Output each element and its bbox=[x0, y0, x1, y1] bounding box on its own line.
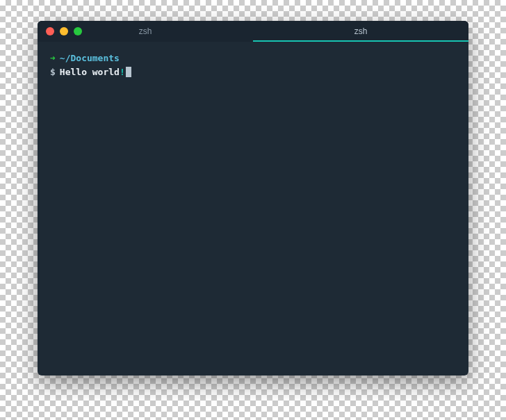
bang-char: ! bbox=[120, 67, 125, 77]
tab-label: zsh bbox=[139, 26, 152, 36]
prompt-symbol: $ bbox=[50, 65, 56, 79]
tab-zsh-1[interactable]: zsh bbox=[38, 21, 253, 42]
command-line: $ Hello world! bbox=[50, 65, 456, 79]
prompt-arrow-icon: ➜ bbox=[50, 51, 56, 65]
command-body: Hello world! bbox=[60, 67, 125, 77]
terminal-body[interactable]: ➜ ~/Documents $ Hello world! bbox=[38, 42, 468, 375]
prompt-line: ➜ ~/Documents bbox=[50, 51, 456, 65]
cursor-icon bbox=[126, 67, 131, 77]
tab-zsh-2[interactable]: zsh bbox=[253, 21, 468, 42]
tab-label: zsh bbox=[354, 26, 368, 36]
current-directory: ~/Documents bbox=[60, 51, 120, 65]
terminal-window: zsh zsh ➜ ~/Documents $ Hello world! bbox=[38, 21, 468, 375]
title-bar: zsh zsh bbox=[38, 21, 468, 42]
tabs-container: zsh zsh bbox=[38, 21, 468, 42]
command-text: Hello world! bbox=[60, 65, 131, 79]
